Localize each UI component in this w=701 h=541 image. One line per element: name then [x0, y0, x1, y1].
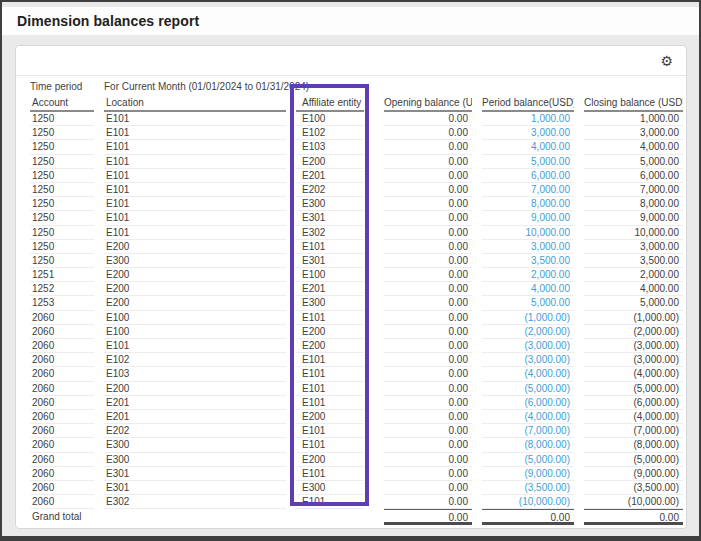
cell-closing: (5,000.00): [574, 382, 683, 396]
cell-period[interactable]: (5,000.00): [472, 382, 574, 396]
cell-period[interactable]: 7,000.00: [472, 183, 574, 197]
cell-opening: 0.00: [374, 410, 472, 424]
cell-period[interactable]: (2,000.00): [472, 325, 574, 339]
cell-period[interactable]: 2,000.00: [472, 268, 574, 282]
cell-affiliate: E101: [296, 382, 374, 396]
table-row: 1251E200E1000.002,000.002,000.00: [30, 268, 682, 282]
cell-closing: 10,000.00: [574, 226, 683, 240]
cell-closing: (4,000.00): [574, 410, 683, 424]
cell-closing: 9,000.00: [574, 211, 683, 225]
cell-closing: 5,000.00: [574, 296, 683, 310]
cell-account: 1250: [30, 126, 104, 140]
table-row: 1250E101E1030.004,000.004,000.00: [30, 140, 682, 154]
cell-account: 1250: [30, 211, 104, 225]
cell-period[interactable]: 9,000.00: [472, 211, 574, 225]
cell-opening: 0.00: [374, 353, 472, 367]
cell-opening: 0.00: [374, 197, 472, 211]
cell-closing: (3,500.00): [574, 481, 683, 495]
cell-location: E101: [104, 140, 296, 154]
table-row: 2060E201E2000.00(4,000.00)(4,000.00): [30, 410, 682, 424]
cell-period[interactable]: 5,000.00: [472, 296, 574, 310]
cell-account: 1253: [30, 296, 104, 310]
cell-closing: 5,000.00: [574, 155, 683, 169]
cell-location: E302: [104, 495, 296, 509]
cell-period[interactable]: (5,000.00): [472, 453, 574, 467]
cell-period[interactable]: 4,000.00: [472, 282, 574, 296]
table-row: 2060E300E2000.00(5,000.00)(5,000.00): [30, 453, 682, 467]
cell-closing: (6,000.00): [574, 396, 683, 410]
cell-period[interactable]: (1,000.00): [472, 311, 574, 325]
cell-period[interactable]: 5,000.00: [472, 155, 574, 169]
cell-period[interactable]: (3,000.00): [472, 353, 574, 367]
table-row: 1250E101E3020.0010,000.0010,000.00: [30, 226, 682, 240]
cell-period[interactable]: (9,000.00): [472, 467, 574, 481]
cell-period[interactable]: (4,000.00): [472, 367, 574, 381]
title-bar: Dimension balances report: [2, 7, 699, 35]
cell-opening: 0.00: [374, 155, 472, 169]
cell-affiliate: E101: [296, 467, 374, 481]
cell-opening: 0.00: [374, 268, 472, 282]
cell-closing: (8,000.00): [574, 438, 683, 452]
cell-period[interactable]: 3,000.00: [472, 126, 574, 140]
cell-location: E200: [104, 268, 296, 282]
cell-opening: 0.00: [374, 296, 472, 310]
table-row: 2060E301E3000.00(3,500.00)(3,500.00): [30, 481, 682, 495]
report-card: ⚙ Time period For Current Month (01/01/2…: [15, 45, 687, 529]
cell-location: E100: [104, 325, 296, 339]
cell-period[interactable]: (8,000.00): [472, 438, 574, 452]
cell-closing: (2,000.00): [574, 325, 683, 339]
cell-affiliate: E102: [296, 126, 374, 140]
cell-closing: (3,000.00): [574, 353, 683, 367]
cell-opening: 0.00: [374, 453, 472, 467]
cell-account: 2060: [30, 367, 104, 381]
column-header-affiliate-entity: Affiliate entity: [296, 95, 374, 112]
report-body: Time period For Current Month (01/01/202…: [16, 76, 686, 527]
cell-affiliate: E100: [296, 268, 374, 282]
cell-location: E101: [104, 226, 296, 240]
cell-opening: 0.00: [374, 325, 472, 339]
cell-opening: 0.00: [374, 112, 472, 126]
cell-location: E200: [104, 382, 296, 396]
cell-affiliate: E101: [296, 311, 374, 325]
cell-period[interactable]: (3,500.00): [472, 481, 574, 495]
cell-location: E101: [104, 183, 296, 197]
cell-period[interactable]: 1,000.00: [472, 112, 574, 126]
cell-account: 1250: [30, 183, 104, 197]
cell-opening: 0.00: [374, 311, 472, 325]
cell-affiliate: E103: [296, 140, 374, 154]
gear-icon[interactable]: ⚙: [660, 54, 673, 68]
cell-closing: 1,000.00: [574, 112, 683, 126]
cell-affiliate: E200: [296, 453, 374, 467]
cell-location: E300: [104, 438, 296, 452]
cell-period[interactable]: (3,000.00): [472, 339, 574, 353]
table-row: 1250E101E1000.001,000.001,000.00: [30, 112, 682, 126]
table-row: 1250E101E1020.003,000.003,000.00: [30, 126, 682, 140]
cell-period[interactable]: 10,000.00: [472, 226, 574, 240]
cell-account: 2060: [30, 396, 104, 410]
cell-closing: (10,000.00): [574, 495, 683, 509]
cell-location: E101: [104, 155, 296, 169]
cell-period[interactable]: 3,500.00: [472, 254, 574, 268]
cell-period[interactable]: 3,000.00: [472, 240, 574, 254]
table-row: 1250E101E3010.009,000.009,000.00: [30, 211, 682, 225]
cell-account: 2060: [30, 438, 104, 452]
time-period-value: For Current Month (01/01/2024 to 01/31/2…: [104, 79, 683, 95]
cell-period[interactable]: (6,000.00): [472, 396, 574, 410]
cell-closing: 8,000.00: [574, 197, 683, 211]
cell-period[interactable]: 4,000.00: [472, 140, 574, 154]
column-header-closing-balance: Closing balance (USD): [574, 95, 683, 112]
cell-period[interactable]: 8,000.00: [472, 197, 574, 211]
cell-location: E300: [104, 453, 296, 467]
cell-closing: 3,500.00: [574, 254, 683, 268]
cell-period[interactable]: (7,000.00): [472, 424, 574, 438]
cell-period[interactable]: 6,000.00: [472, 169, 574, 183]
cell-opening: 0.00: [374, 126, 472, 140]
column-header-location: Location: [104, 95, 296, 112]
cell-location: E101: [104, 339, 296, 353]
cell-period[interactable]: (4,000.00): [472, 410, 574, 424]
cell-affiliate: E300: [296, 481, 374, 495]
cell-period[interactable]: (10,000.00): [472, 495, 574, 509]
cell-account: 2060: [30, 495, 104, 509]
page-title: Dimension balances report: [17, 13, 199, 29]
table-row: 2060E103E1010.00(4,000.00)(4,000.00): [30, 367, 682, 381]
